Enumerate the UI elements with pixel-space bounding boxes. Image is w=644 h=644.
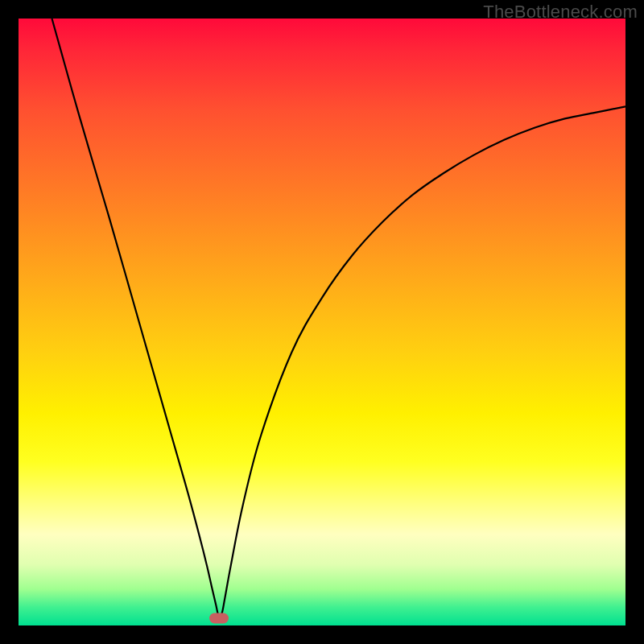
optimum-marker: [209, 613, 229, 623]
watermark-text: TheBottleneck.com: [483, 2, 638, 23]
bottleneck-curve: [52, 19, 625, 617]
chart-svg: [19, 19, 625, 625]
